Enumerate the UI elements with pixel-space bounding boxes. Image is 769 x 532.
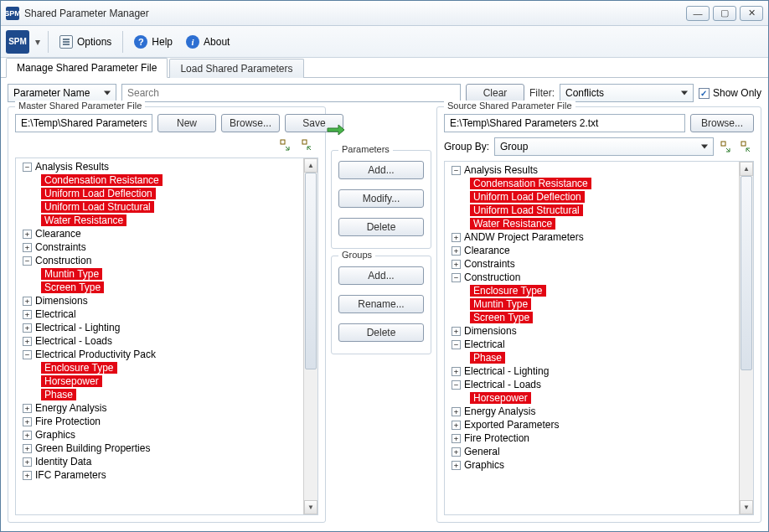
options-button[interactable]: Options bbox=[54, 30, 117, 54]
scroll-down-icon[interactable]: ▼ bbox=[740, 500, 753, 514]
tree-group[interactable]: +Dimensions bbox=[446, 324, 737, 338]
expand-icon[interactable]: + bbox=[23, 457, 32, 467]
expand-icon[interactable]: + bbox=[23, 471, 32, 480]
tree-item[interactable]: Condensation Resistance bbox=[470, 177, 737, 190]
expand-icon[interactable]: + bbox=[452, 447, 461, 457]
tree-item[interactable]: Water Resistance bbox=[41, 214, 302, 227]
tree-group[interactable]: +Energy Analysis bbox=[18, 401, 302, 415]
tree-group[interactable]: +Electrical - Loads bbox=[18, 334, 302, 348]
search-input[interactable] bbox=[121, 84, 461, 102]
expand-icon[interactable]: + bbox=[23, 297, 32, 306]
param-add-button[interactable]: Add... bbox=[338, 161, 424, 179]
scroll-down-icon[interactable]: ▼ bbox=[304, 500, 317, 514]
tree-group[interactable]: +Electrical - Lighting bbox=[446, 364, 737, 378]
tree-group[interactable]: +Dimensions bbox=[18, 294, 302, 307]
tree-item[interactable]: Enclosure Type bbox=[41, 361, 302, 374]
tree-item[interactable]: Uniform Load Deflection bbox=[41, 187, 302, 200]
tree-group[interactable]: +General bbox=[446, 445, 737, 458]
source-path-input[interactable] bbox=[444, 114, 685, 132]
show-only-checkbox[interactable]: ✓ Show Only bbox=[699, 87, 761, 99]
expand-icon[interactable]: + bbox=[23, 417, 32, 426]
about-button[interactable]: i About bbox=[180, 30, 235, 54]
tree-group[interactable]: +Graphics bbox=[446, 458, 737, 472]
collapse-all-icon[interactable] bbox=[300, 137, 315, 152]
master-new-button[interactable]: New bbox=[157, 114, 216, 132]
tree-group[interactable]: −Construction bbox=[446, 271, 737, 284]
tree-group[interactable]: +Fire Protection bbox=[18, 415, 302, 428]
help-button[interactable]: ? Help bbox=[128, 30, 178, 54]
collapse-icon[interactable]: − bbox=[452, 340, 461, 349]
tree-group[interactable]: +Identity Data bbox=[18, 455, 302, 468]
tree-group[interactable]: +Fire Protection bbox=[446, 431, 737, 445]
tree-group[interactable]: −Electrical bbox=[446, 338, 737, 351]
group-rename-button[interactable]: Rename... bbox=[338, 295, 424, 313]
tree-group[interactable]: +Green Building Properties bbox=[18, 442, 302, 455]
tab-manage[interactable]: Manage Shared Parameter File bbox=[6, 58, 168, 78]
expand-icon[interactable]: + bbox=[23, 323, 32, 333]
filter-dropdown[interactable]: Conflicts bbox=[560, 84, 694, 102]
search-field-dropdown[interactable]: Parameter Name bbox=[8, 84, 116, 102]
expand-icon[interactable]: + bbox=[23, 444, 32, 453]
master-scrollbar[interactable]: ▲ ▼ bbox=[303, 158, 317, 514]
tree-item[interactable]: Enclosure Type bbox=[470, 284, 737, 297]
tree-group[interactable]: +Electrical bbox=[18, 307, 302, 321]
expand-all-icon[interactable] bbox=[719, 139, 734, 154]
tree-group[interactable]: +Energy Analysis bbox=[446, 405, 737, 418]
expand-icon[interactable]: + bbox=[452, 421, 461, 430]
expand-icon[interactable]: + bbox=[452, 233, 461, 242]
tree-item[interactable]: Condensation Resistance bbox=[41, 173, 302, 187]
tree-group[interactable]: −Analysis Results bbox=[446, 163, 737, 177]
master-path-input[interactable] bbox=[15, 114, 152, 132]
scroll-track[interactable] bbox=[304, 173, 317, 500]
tree-group[interactable]: −Construction bbox=[18, 254, 302, 267]
close-button[interactable]: ✕ bbox=[740, 6, 763, 21]
tree-item[interactable]: Screen Type bbox=[41, 281, 302, 294]
source-browse-button[interactable]: Browse... bbox=[690, 114, 754, 132]
groupby-dropdown[interactable]: Group bbox=[494, 137, 714, 156]
scroll-up-icon[interactable]: ▲ bbox=[740, 162, 753, 176]
tab-load[interactable]: Load Shared Parameters bbox=[169, 59, 303, 78]
expand-icon[interactable]: + bbox=[452, 260, 461, 269]
tree-item[interactable]: Screen Type bbox=[470, 311, 737, 324]
expand-icon[interactable]: + bbox=[23, 310, 32, 319]
collapse-icon[interactable]: − bbox=[23, 163, 32, 172]
master-tree[interactable]: −Analysis ResultsCondensation Resistance… bbox=[16, 158, 303, 514]
source-scrollbar[interactable]: ▲ ▼ bbox=[739, 162, 753, 514]
tree-group[interactable]: −Electrical - Loads bbox=[446, 378, 737, 391]
expand-icon[interactable]: + bbox=[23, 243, 32, 252]
toolbar-logo-dropdown[interactable]: ▾ bbox=[33, 30, 43, 54]
scroll-thumb[interactable] bbox=[741, 176, 752, 370]
tree-group[interactable]: −Analysis Results bbox=[18, 160, 302, 173]
tree-item[interactable]: Phase bbox=[41, 388, 302, 401]
tree-group[interactable]: +Clearance bbox=[446, 244, 737, 257]
tree-group[interactable]: −Electrical Productivity Pack bbox=[18, 348, 302, 361]
expand-icon[interactable]: + bbox=[452, 407, 461, 416]
collapse-icon[interactable]: − bbox=[452, 380, 461, 390]
tree-group[interactable]: +Clearance bbox=[18, 227, 302, 240]
collapse-icon[interactable]: − bbox=[23, 256, 32, 266]
expand-icon[interactable]: + bbox=[452, 367, 461, 376]
collapse-icon[interactable]: − bbox=[23, 350, 32, 359]
tree-group[interactable]: +Electrical - Lighting bbox=[18, 321, 302, 334]
param-modify-button[interactable]: Modify... bbox=[338, 189, 424, 208]
tree-group[interactable]: +Graphics bbox=[18, 428, 302, 442]
expand-icon[interactable]: + bbox=[23, 404, 32, 413]
collapse-icon[interactable]: − bbox=[452, 166, 461, 175]
source-tree[interactable]: −Analysis ResultsCondensation Resistance… bbox=[445, 162, 739, 514]
master-browse-button[interactable]: Browse... bbox=[221, 114, 280, 132]
collapse-all-icon[interactable] bbox=[739, 139, 754, 154]
tree-item[interactable]: Uniform Load Structural bbox=[41, 200, 302, 214]
tree-item[interactable]: Horsepower bbox=[41, 374, 302, 388]
param-delete-button[interactable]: Delete bbox=[338, 218, 424, 236]
tree-item[interactable]: Water Resistance bbox=[470, 217, 737, 230]
expand-icon[interactable]: + bbox=[452, 246, 461, 256]
tree-group[interactable]: +IFC Parameters bbox=[18, 468, 302, 482]
tree-item[interactable]: Phase bbox=[470, 351, 737, 364]
expand-icon[interactable]: + bbox=[23, 337, 32, 346]
tree-group[interactable]: +Constraints bbox=[18, 240, 302, 254]
tree-group[interactable]: +Exported Parameters bbox=[446, 418, 737, 431]
tree-item[interactable]: Uniform Load Deflection bbox=[470, 190, 737, 204]
tree-item[interactable]: Muntin Type bbox=[470, 297, 737, 311]
tree-item[interactable]: Uniform Load Structural bbox=[470, 204, 737, 217]
collapse-icon[interactable]: − bbox=[452, 273, 461, 282]
